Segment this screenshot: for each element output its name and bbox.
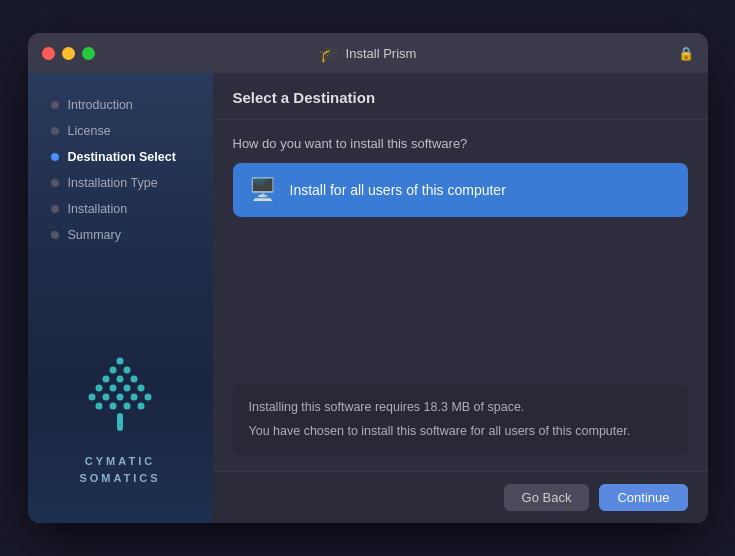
computer-icon: 🖥️ (249, 177, 276, 203)
svg-point-18 (138, 402, 145, 409)
installer-window: 🎓 Install Prism 🔒 Introduction License D… (28, 33, 708, 523)
svg-point-1 (110, 366, 117, 373)
info-line-2: You have chosen to install this software… (249, 422, 672, 441)
svg-point-14 (145, 393, 152, 400)
sidebar-item-destination-select[interactable]: Destination Select (43, 145, 198, 169)
svg-point-0 (117, 357, 124, 364)
svg-point-3 (103, 375, 110, 382)
svg-point-2 (124, 366, 131, 373)
svg-point-7 (110, 384, 117, 391)
nav-dot (51, 127, 59, 135)
nav-dot (51, 153, 59, 161)
traffic-lights (42, 47, 95, 60)
sidebar-item-summary[interactable]: Summary (43, 223, 198, 247)
svg-point-16 (110, 402, 117, 409)
brand-name: CYMATICSOMATICS (79, 453, 160, 488)
svg-point-11 (103, 393, 110, 400)
sidebar-item-license[interactable]: License (43, 119, 198, 143)
info-area: Installing this software requires 18.3 M… (233, 384, 688, 456)
lock-icon: 🔒 (678, 46, 694, 61)
svg-point-13 (131, 393, 138, 400)
svg-point-15 (96, 402, 103, 409)
nav-dot (51, 205, 59, 213)
sidebar-item-label: Destination Select (68, 150, 176, 164)
page-title: Select a Destination (233, 89, 376, 106)
window-body: Introduction License Destination Select … (28, 73, 708, 523)
brand-logo (75, 353, 165, 443)
nav-dot (51, 179, 59, 187)
main-panel: Select a Destination How do you want to … (213, 73, 708, 523)
go-back-button[interactable]: Go Back (504, 484, 590, 511)
svg-point-6 (96, 384, 103, 391)
sidebar-item-introduction[interactable]: Introduction (43, 93, 198, 117)
maximize-button[interactable] (82, 47, 95, 60)
install-option-label: Install for all users of this computer (290, 182, 506, 198)
sidebar-item-label: Introduction (68, 98, 133, 112)
svg-point-17 (124, 402, 131, 409)
sidebar-item-label: License (68, 124, 111, 138)
nav-list: Introduction License Destination Select … (28, 93, 213, 249)
install-option-all-users[interactable]: 🖥️ Install for all users of this compute… (233, 163, 688, 217)
footer: Go Back Continue (213, 471, 708, 523)
title-text: Install Prism (346, 46, 417, 61)
sidebar-item-label: Installation (68, 202, 128, 216)
sidebar-item-label: Installation Type (68, 176, 158, 190)
svg-rect-19 (117, 413, 123, 431)
svg-point-5 (131, 375, 138, 382)
svg-point-9 (138, 384, 145, 391)
sidebar: Introduction License Destination Select … (28, 73, 213, 523)
svg-point-8 (124, 384, 131, 391)
nav-dot (51, 101, 59, 109)
sidebar-item-label: Summary (68, 228, 121, 242)
sidebar-item-installation[interactable]: Installation (43, 197, 198, 221)
nav-dot (51, 231, 59, 239)
continue-button[interactable]: Continue (599, 484, 687, 511)
info-line-1: Installing this software requires 18.3 M… (249, 398, 672, 417)
svg-point-10 (89, 393, 96, 400)
main-content: How do you want to install this software… (213, 120, 708, 471)
svg-point-12 (117, 393, 124, 400)
question-text: How do you want to install this software… (233, 136, 688, 151)
svg-point-4 (117, 375, 124, 382)
window-title: 🎓 Install Prism (319, 44, 417, 63)
titlebar: 🎓 Install Prism 🔒 (28, 33, 708, 73)
brand-area: CYMATICSOMATICS (75, 353, 165, 503)
minimize-button[interactable] (62, 47, 75, 60)
title-icon: 🎓 (319, 44, 339, 63)
main-header: Select a Destination (213, 73, 708, 120)
sidebar-item-installation-type[interactable]: Installation Type (43, 171, 198, 195)
close-button[interactable] (42, 47, 55, 60)
